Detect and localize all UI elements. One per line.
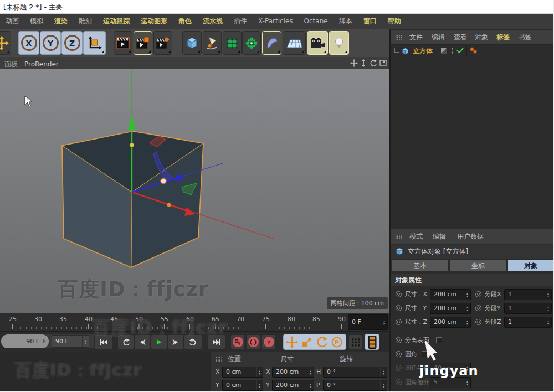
rotation-h-field[interactable]: 0 ° ▴▾	[323, 367, 387, 378]
om-menu-file[interactable]: 文件	[409, 30, 423, 44]
cube-seg-z-field[interactable]: 1 ▴▾	[504, 317, 552, 328]
add-cube-button[interactable]	[182, 31, 202, 55]
menu-plugins[interactable]: 插件	[228, 14, 253, 29]
size-z-anim-dot[interactable]	[396, 319, 402, 325]
om-menu-tags[interactable]: 标签	[496, 30, 510, 44]
autokeying-button[interactable]	[246, 334, 260, 349]
om-menu-view[interactable]: 查看	[454, 30, 467, 44]
light-button[interactable]	[329, 31, 349, 55]
current-frame-stepper[interactable]: ▴▾	[381, 315, 387, 329]
size-handle-top[interactable]	[130, 143, 134, 147]
menu-help[interactable]: 帮助	[382, 14, 407, 29]
keyframe-point-level-button[interactable]	[348, 334, 362, 349]
menu-mograph[interactable]: 运动图形	[135, 14, 173, 29]
panel-grip-icon[interactable]	[395, 35, 402, 40]
deformer-button[interactable]	[262, 31, 281, 55]
camera-button[interactable]	[307, 31, 328, 55]
cube-seg-x-stepper[interactable]: ▴▾	[545, 290, 551, 300]
coordinate-system-button[interactable]	[83, 31, 106, 55]
om-menu-edit[interactable]: 编辑	[432, 30, 445, 44]
size-x-stepper[interactable]: ▴▾	[307, 367, 314, 377]
cube-object[interactable]	[62, 131, 203, 267]
panel-grip-icon[interactable]	[216, 357, 223, 362]
seg-x-anim-dot[interactable]	[475, 291, 481, 297]
object-name-cube[interactable]: 立方体	[413, 47, 433, 56]
rotate-view-icon[interactable]	[370, 59, 377, 67]
size-handle-x[interactable]	[167, 203, 171, 207]
axis-lock-z-button[interactable]: Z	[61, 31, 83, 55]
object-list[interactable]: 立方体	[391, 45, 554, 229]
size-y-anim-dot[interactable]	[396, 305, 402, 311]
phong-tag-icon[interactable]	[469, 47, 478, 54]
size-y-stepper[interactable]: ▴▾	[307, 380, 314, 390]
cube-size-z-field[interactable]: 200 cm ▴▾	[430, 317, 471, 328]
visibility-dots-icon[interactable]	[451, 47, 454, 55]
menu-animation[interactable]: 动画	[0, 14, 24, 29]
menu-pipeline[interactable]: 流水线	[197, 14, 228, 29]
enable-toggle-icon[interactable]	[440, 48, 447, 54]
menu-character[interactable]: 角色	[173, 14, 197, 29]
size-x-anim-dot[interactable]	[396, 291, 402, 297]
position-y-field[interactable]: 0 cm ▴▾	[222, 380, 263, 391]
menu-render[interactable]: 渲染	[49, 14, 73, 29]
floor-environment-button[interactable]	[283, 31, 306, 55]
end-frame-stepper[interactable]: ▴▾	[82, 336, 89, 347]
menu-octane[interactable]: Octane	[299, 14, 334, 29]
position-x-stepper[interactable]: ▴▾	[256, 367, 263, 377]
size-x-field[interactable]: 200 cm ▴▾	[272, 367, 314, 378]
cube-size-x-field[interactable]: 200 cm ▴▾	[430, 289, 471, 300]
om-menu-bookmarks[interactable]: 书签	[518, 30, 531, 44]
keyframe-rotation-icon[interactable]	[316, 336, 328, 348]
menu-sculpt[interactable]: 雕刻	[73, 14, 98, 29]
cube-seg-x-field[interactable]: 1 ▴▾	[504, 289, 552, 300]
axis-lock-y-button[interactable]: Y	[40, 31, 61, 55]
menu-simulate[interactable]: 模拟	[24, 14, 49, 29]
pen-spline-button[interactable]	[203, 31, 222, 55]
enabled-check-icon[interactable]	[456, 48, 464, 54]
cube-size-y-stepper[interactable]: ▴▾	[464, 303, 470, 313]
cube-size-x-stepper[interactable]: ▴▾	[464, 290, 470, 300]
menu-script[interactable]: 脚本	[334, 14, 358, 29]
am-menu-mode[interactable]: 模式	[409, 229, 423, 244]
tab-basic[interactable]: 基本	[392, 259, 449, 271]
record-keyframe-button[interactable]	[230, 334, 245, 349]
seg-z-anim-dot[interactable]	[475, 319, 481, 325]
axis-lock-x-button[interactable]: X	[18, 31, 39, 55]
cube-size-z-stepper[interactable]: ▴▾	[464, 317, 470, 327]
tab-object[interactable]: 对象	[507, 259, 554, 271]
cube-seg-y-field[interactable]: 1 ▴▾	[504, 303, 552, 314]
tab-coordinates[interactable]: 坐标	[449, 259, 507, 271]
dolly-view-icon[interactable]	[360, 59, 367, 67]
cube-seg-y-stepper[interactable]: ▴▾	[545, 303, 551, 313]
panel-grip-icon[interactable]	[395, 234, 402, 239]
menu-motion-tracker[interactable]: 运动跟踪	[98, 14, 135, 29]
mograph-button[interactable]	[242, 31, 261, 55]
seg-y-anim-dot[interactable]	[475, 305, 481, 311]
size-y-field[interactable]: 200 cm ▴▾	[272, 380, 314, 391]
move-tool-button[interactable]	[0, 31, 11, 55]
fillet-anim-dot[interactable]	[396, 351, 402, 357]
render-picture-viewer-button[interactable]	[134, 31, 152, 55]
keyframe-parameter-icon[interactable]: P	[331, 336, 343, 348]
menu-window[interactable]: 窗口	[358, 14, 382, 29]
rotation-h-stepper[interactable]: ▴▾	[380, 367, 387, 377]
keyframe-position-icon[interactable]	[286, 336, 298, 348]
toggle-layout-icon[interactable]	[379, 59, 387, 66]
end-frame-field[interactable]: 90 F ▴▾	[52, 335, 89, 348]
render-view-button[interactable]	[114, 31, 132, 55]
menu-xparticles[interactable]: X-Particles	[253, 14, 299, 29]
am-menu-userdata[interactable]: 用户数据	[457, 229, 484, 244]
current-frame-field[interactable]: 0 F ▴▾	[348, 314, 388, 330]
keyframe-selection-button[interactable]	[365, 334, 379, 350]
rotation-p-stepper[interactable]: ▴▾	[380, 380, 387, 390]
cube-seg-z-stepper[interactable]: ▴▾	[545, 317, 551, 327]
rotation-p-field[interactable]: 0 ° ▴▾	[323, 380, 387, 391]
object-properties-section[interactable]: 对象属性	[391, 274, 554, 286]
position-x-field[interactable]: 0 cm ▴▾	[222, 367, 263, 378]
om-menu-objects[interactable]: 对象	[475, 30, 488, 44]
range-slider-handle[interactable]: 90 F	[1, 334, 49, 348]
separate-anim-dot[interactable]	[396, 337, 402, 343]
axis-center-ball[interactable]	[161, 178, 166, 184]
cube-size-y-field[interactable]: 200 cm ▴▾	[430, 303, 471, 314]
pan-view-icon[interactable]	[350, 59, 358, 67]
